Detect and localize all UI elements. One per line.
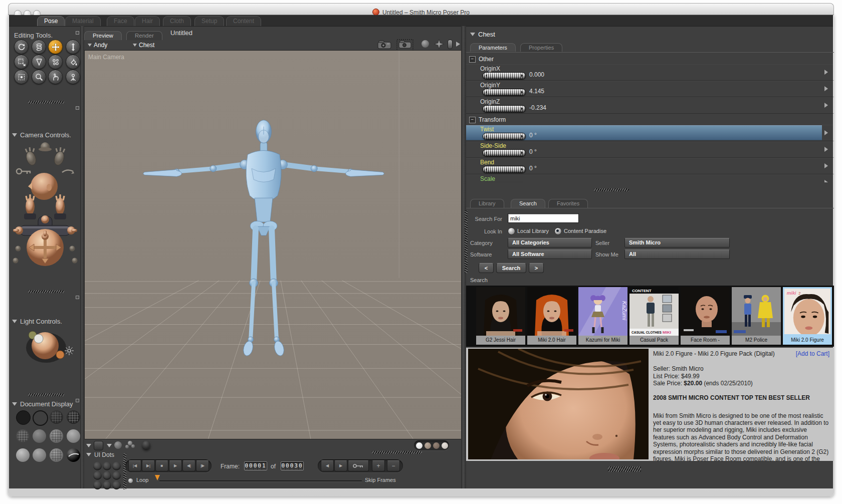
section-drag-handle-icon[interactable]: [28, 290, 64, 293]
camera-aux-icon[interactable]: [396, 39, 413, 51]
figure-selector[interactable]: Andy: [94, 42, 107, 49]
morphing-tool-tool-icon[interactable]: [48, 55, 63, 69]
figure-menu-triangle-icon[interactable]: [88, 44, 92, 49]
direct-manipulation-tool-icon[interactable]: [48, 70, 63, 84]
library-tab-favorites[interactable]: Favorites: [548, 199, 588, 208]
rotate-tool-icon[interactable]: [14, 40, 29, 54]
param-menu-arrow-icon[interactable]: [824, 70, 830, 75]
parameters-actor-title[interactable]: Chest: [478, 31, 495, 38]
section-drag-handle-icon[interactable]: [28, 393, 64, 396]
playhead-marker[interactable]: [155, 475, 160, 483]
view-magnifier-tool-icon[interactable]: [32, 70, 46, 84]
tracking-dot-icon[interactable]: [442, 442, 448, 449]
param-dial[interactable]: [483, 149, 526, 156]
param-row-originz[interactable]: OriginZ-0.234: [466, 97, 834, 114]
translate-pull-tool-icon[interactable]: [48, 40, 63, 54]
param-menu-arrow-icon[interactable]: [824, 130, 830, 135]
edit-keyframes-button[interactable]: [348, 460, 369, 471]
search-button[interactable]: Search: [496, 263, 526, 273]
camera-name-label[interactable]: Main Camera: [88, 54, 124, 61]
param-menu-arrow-icon[interactable]: [824, 180, 830, 182]
param-row-scale[interactable]: Scale100 %: [466, 174, 834, 182]
sun-icon[interactable]: [64, 346, 74, 356]
tab-preview[interactable]: Preview: [84, 31, 122, 40]
taper-tool-icon[interactable]: [32, 55, 46, 69]
wireframe-display-icon[interactable]: [50, 410, 63, 424]
stop-button[interactable]: ■: [155, 460, 168, 471]
lit-wireframe-display-icon[interactable]: [16, 429, 30, 443]
add-to-cart-link[interactable]: [Add to Cart]: [796, 350, 829, 357]
silhouette-display-icon[interactable]: [16, 410, 31, 425]
step-back-button[interactable]: ◀|: [182, 460, 195, 471]
style-menu-triangle-icon[interactable]: [86, 444, 91, 450]
delete-keyframe-button[interactable]: −: [387, 460, 400, 471]
shadow-ball-icon[interactable]: [142, 441, 150, 449]
first-frame-button[interactable]: |◀: [128, 460, 141, 471]
tab-parameters[interactable]: Parameters: [470, 43, 516, 52]
room-tab-pose[interactable]: Pose: [37, 16, 65, 26]
collapse-box-icon[interactable]: −: [469, 117, 476, 123]
search-input[interactable]: [508, 213, 579, 223]
library-tab-library[interactable]: Library: [470, 199, 504, 208]
ui-dot[interactable]: [112, 481, 121, 489]
smooth-shaded-display-icon[interactable]: [16, 448, 30, 462]
result-thumbnail[interactable]: M2 Police: [732, 287, 781, 345]
panel-widget-icon[interactable]: [76, 31, 79, 35]
light-ball-icon[interactable]: [422, 40, 429, 48]
tab-properties[interactable]: Properties: [520, 43, 562, 52]
grouping-tool-tool-icon[interactable]: [14, 70, 29, 84]
ui-dot[interactable]: [103, 462, 111, 470]
section-drag-handle-icon[interactable]: [28, 101, 64, 104]
room-tab-hair[interactable]: Hair: [135, 16, 160, 26]
param-row-originx[interactable]: OriginX0.000: [466, 64, 834, 81]
actor-selector[interactable]: Chest: [139, 42, 154, 49]
flat-lined-display-icon[interactable]: [50, 429, 63, 443]
twist-tool-icon[interactable]: [32, 40, 46, 54]
outline-display-icon[interactable]: [33, 410, 48, 426]
section-drag-handle-icon[interactable]: [594, 188, 629, 191]
texture-shaded-display-icon[interactable]: [50, 448, 63, 462]
param-dial[interactable]: [483, 89, 526, 96]
ui-dot[interactable]: [93, 471, 102, 480]
add-keyframe-button[interactable]: +: [372, 460, 385, 471]
software-dropdown[interactable]: All Software: [508, 249, 592, 259]
tracking-dot-icon[interactable]: [425, 442, 431, 449]
translate-in-out-tool-icon[interactable]: [66, 40, 80, 54]
show-me-dropdown[interactable]: All: [624, 249, 730, 259]
loop-radio[interactable]: [128, 478, 133, 483]
param-menu-arrow-icon[interactable]: [824, 86, 830, 91]
param-dial[interactable]: [483, 133, 526, 140]
scale-capsule-icon[interactable]: [448, 40, 453, 49]
figure-andy[interactable]: [143, 120, 384, 357]
radio-content-paradise[interactable]: [554, 227, 562, 235]
param-dial[interactable]: [483, 105, 526, 112]
collapse-triangle-icon[interactable]: [86, 453, 91, 459]
ui-dot[interactable]: [93, 481, 102, 489]
scale-tool-icon[interactable]: [14, 55, 29, 69]
ui-dot[interactable]: [112, 462, 121, 470]
window-titlebar[interactable]: Untitled – Smith Micro Poser Pro: [8, 3, 834, 15]
next-page-button[interactable]: >: [529, 263, 544, 273]
tracking-ball-icon[interactable]: [114, 441, 122, 449]
result-thumbnail[interactable]: Face Room -: [681, 287, 730, 345]
panel-widget-icon[interactable]: [76, 106, 79, 110]
collapse-triangle-icon[interactable]: [470, 33, 475, 39]
panel-widget-icon[interactable]: [76, 399, 79, 402]
color-tool-icon[interactable]: [66, 55, 80, 69]
previous-page-button[interactable]: <: [479, 263, 494, 273]
horizontal-scrollbar-handle[interactable]: [608, 466, 641, 472]
param-menu-arrow-icon[interactable]: [824, 103, 830, 108]
room-tab-face[interactable]: Face: [107, 16, 134, 26]
hidden-line-display-icon[interactable]: [67, 410, 80, 424]
last-frame-button[interactable]: ▶|: [142, 460, 155, 471]
main-camera-viewport[interactable]: [84, 50, 462, 439]
result-thumbnail[interactable]: CONTENT CASUAL CLOTHES MIKICasual Pack: [629, 287, 679, 345]
cartoon-display-icon[interactable]: [67, 429, 80, 443]
multi-ball-icon[interactable]: [131, 444, 135, 448]
product-image[interactable]: [468, 349, 649, 459]
param-row-bend[interactable]: Bend0 °: [466, 158, 834, 174]
tracking-triangle-icon[interactable]: [107, 444, 112, 450]
result-thumbnail[interactable]: miki 2 Miki 2.0 Figure: [783, 287, 832, 345]
result-thumbnail[interactable]: Miki 2.0 Hair: [527, 287, 576, 345]
param-dial[interactable]: [483, 72, 526, 79]
